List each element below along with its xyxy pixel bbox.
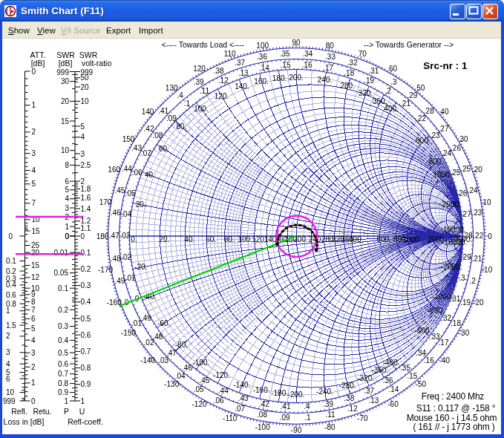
svg-text:3: 3 [81, 150, 85, 158]
svg-text:1: 1 [81, 397, 85, 405]
svg-text:[dB]: [dB] [31, 59, 45, 68]
svg-text:3: 3 [6, 348, 10, 356]
svg-text:1000.: 1000. [402, 235, 421, 243]
svg-text:.47: .47 [166, 349, 177, 357]
svg-text:20: 20 [474, 166, 483, 174]
svg-text:1.8: 1.8 [81, 185, 91, 193]
svg-text:240.: 240. [318, 76, 332, 84]
svg-text:.45: .45 [199, 376, 209, 385]
svg-text:50: 50 [81, 73, 90, 82]
svg-text:.45: .45 [114, 186, 125, 195]
svg-text:.44: .44 [218, 387, 229, 395]
svg-text:0.01: 0.01 [54, 249, 69, 257]
svg-text:.06: .06 [132, 169, 143, 177]
svg-text:.08: .08 [152, 131, 163, 140]
svg-text:30: 30 [61, 77, 70, 85]
svg-text:-30: -30 [459, 329, 470, 337]
svg-text:110: 110 [224, 50, 236, 58]
svg-text:6: 6 [6, 375, 10, 383]
svg-text:-2000.: -2000. [441, 263, 462, 271]
svg-text:-280.: -280. [339, 382, 356, 390]
svg-text:1000.: 1000. [433, 171, 452, 179]
svg-text:140: 140 [142, 108, 154, 116]
svg-text:Refl-coeff.: Refl-coeff. [68, 417, 103, 426]
svg-text:5: 5 [65, 186, 69, 194]
svg-text:120.: 120. [215, 92, 229, 100]
svg-text:.24: .24 [441, 149, 451, 157]
svg-text:0: 0 [81, 232, 85, 241]
svg-text:.22: .22 [473, 232, 483, 240]
svg-text:.17: .17 [439, 339, 449, 347]
svg-text:.14: .14 [259, 64, 269, 72]
svg-text:0.05: 0.05 [54, 269, 69, 277]
svg-text:3: 3 [65, 204, 69, 212]
svg-text:Retu.: Retu. [33, 407, 51, 416]
svg-text:70: 70 [359, 50, 367, 58]
svg-text:.14: .14 [388, 385, 399, 393]
svg-text:-160.: -160. [253, 386, 270, 394]
svg-text:400.: 400. [384, 105, 398, 113]
svg-text:.47: .47 [109, 232, 120, 240]
svg-text:.2: .2 [469, 277, 476, 285]
svg-text:40.: 40. [184, 235, 194, 243]
svg-text:.32: .32 [347, 59, 358, 67]
svg-text:600.: 600. [376, 235, 390, 243]
svg-text:10: 10 [482, 198, 491, 206]
svg-text:-110: -110 [223, 414, 238, 422]
svg-text:-400.: -400. [383, 359, 400, 367]
svg-text:0: 0 [31, 397, 36, 405]
svg-text:.38: .38 [214, 67, 224, 75]
svg-text:1.4: 1.4 [81, 205, 91, 213]
svg-text:-240.: -240. [316, 388, 333, 396]
svg-text:999: 999 [56, 68, 69, 76]
svg-text:0.9: 0.9 [81, 380, 91, 388]
svg-text:5: 5 [81, 122, 85, 131]
svg-text:-80.: -80. [175, 341, 188, 349]
svg-text:.46: .46 [182, 364, 192, 372]
svg-text:Refl.: Refl. [11, 407, 27, 416]
svg-text:ATT.: ATT. [30, 50, 46, 59]
svg-text:5: 5 [32, 180, 36, 188]
svg-text:.1: .1 [184, 99, 191, 108]
svg-text:1.6: 1.6 [81, 194, 91, 202]
svg-text:20.: 20. [159, 235, 169, 243]
svg-text:999: 999 [3, 397, 16, 405]
svg-text:0.5: 0.5 [81, 315, 91, 323]
svg-text:400.: 400. [349, 235, 363, 243]
svg-text:0: 0 [65, 232, 69, 241]
svg-text:20: 20 [61, 97, 70, 105]
svg-text:.3: .3 [390, 78, 397, 86]
svg-text:2: 2 [32, 128, 36, 136]
svg-text:0.5: 0.5 [58, 349, 68, 357]
svg-text:3: 3 [32, 149, 36, 157]
svg-text:30: 30 [459, 135, 468, 143]
svg-text:[dB]: [dB] [59, 59, 73, 68]
svg-text:.43: .43 [238, 394, 249, 402]
svg-text:0: 0 [488, 232, 492, 241]
svg-text:280.: 280. [340, 82, 354, 90]
svg-text:.07: .07 [235, 405, 245, 413]
svg-text:.27: .27 [461, 210, 471, 218]
svg-text:.19: .19 [460, 298, 471, 307]
svg-text:15: 15 [61, 117, 70, 125]
svg-text:60.: 60. [206, 235, 216, 243]
svg-text:2: 2 [81, 177, 85, 186]
svg-text:3: 3 [31, 349, 36, 357]
svg-text:volt-ratio: volt-ratio [82, 59, 111, 68]
svg-text:200.: 200. [289, 73, 303, 82]
svg-text:.49: .49 [141, 314, 151, 322]
svg-text:10: 10 [81, 97, 90, 105]
svg-text:7: 7 [31, 306, 36, 314]
svg-text:800.: 800. [429, 157, 443, 166]
svg-text:.13: .13 [238, 69, 249, 77]
svg-text:SWR: SWR [56, 50, 75, 59]
svg-text:40.: 40. [145, 171, 155, 179]
svg-text:20: 20 [31, 249, 40, 257]
svg-text:180.: 180. [272, 74, 287, 82]
svg-text:-180.: -180. [271, 389, 288, 397]
svg-text:-1000.: -1000. [432, 292, 453, 301]
svg-text:.15: .15 [407, 372, 417, 380]
svg-text:--> Towards Generator -->: --> Towards Generator --> [364, 40, 454, 49]
svg-text:.29: .29 [407, 91, 417, 99]
svg-text:.39: .39 [323, 400, 333, 408]
